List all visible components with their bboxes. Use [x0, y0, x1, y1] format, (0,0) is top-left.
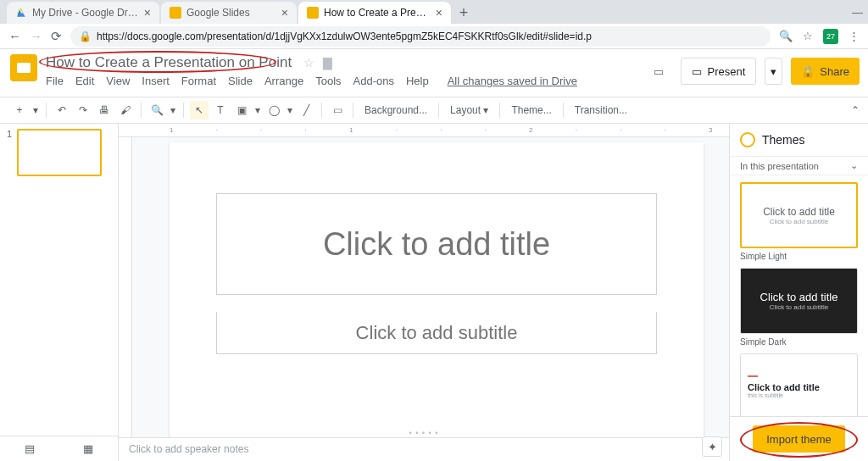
share-button[interactable]: 🔒 Share [791, 58, 860, 85]
ruler-horizontal: 1 · · · 1 · · · 2 · · · 3 · · · 4 · · · … [119, 124, 729, 137]
themes-list[interactable]: Click to add title Click to add subtitle… [730, 175, 868, 416]
theme-preview-subtitle: this is subtitle [748, 392, 783, 398]
theme-preview-subtitle: Click to add subtitle [770, 218, 828, 225]
import-theme-button[interactable]: Import theme [753, 425, 845, 453]
menu-format[interactable]: Format [181, 75, 216, 87]
new-tab-button[interactable]: + [453, 2, 475, 24]
grid-view-icon[interactable]: ▦ [83, 442, 93, 455]
print-button[interactable]: 🖶 [95, 101, 114, 119]
tab-label: Google Slides [186, 7, 276, 19]
image-tool[interactable]: ▣ [232, 101, 251, 119]
present-button[interactable]: ▭ Present [681, 58, 756, 85]
image-dropdown[interactable]: ▾ [253, 101, 262, 119]
zoom-dropdown[interactable]: ▾ [169, 101, 177, 119]
theme-preview-title: Click to add title [760, 291, 838, 303]
comment-button[interactable]: ▭ [328, 101, 347, 119]
transition-button[interactable]: Transition... [570, 104, 632, 116]
themes-icon [740, 132, 755, 147]
textbox-tool[interactable]: T [211, 101, 230, 119]
slides-icon [307, 7, 319, 19]
theme-preview-title: Click to add title [763, 206, 835, 218]
explore-button[interactable]: ✦ [702, 436, 722, 457]
slides-logo[interactable] [10, 54, 37, 81]
slide-number: 1 [7, 129, 12, 176]
back-button[interactable]: ← [8, 29, 21, 43]
new-slide-button[interactable]: + [10, 101, 29, 119]
star-icon[interactable]: ☆ [803, 30, 813, 42]
menu-slide[interactable]: Slide [228, 75, 253, 87]
background-button[interactable]: Background... [359, 104, 432, 116]
slide-thumbnail[interactable] [17, 129, 102, 176]
theme-preview-title: Click to add title [748, 382, 820, 392]
subtitle-placeholder[interactable]: Click to add subtitle [216, 312, 657, 354]
menu-addons[interactable]: Add-ons [353, 75, 394, 87]
notes-resize-handle[interactable]: • • • • • [409, 429, 439, 437]
theme-name: Simple Dark [740, 337, 858, 347]
theme-button[interactable]: Theme... [506, 104, 556, 116]
close-icon[interactable]: × [281, 6, 288, 19]
slides-icon [170, 7, 181, 19]
present-dropdown[interactable]: ▾ [765, 58, 782, 85]
menu-file[interactable]: File [46, 75, 64, 87]
filmstrip-view-icon[interactable]: ▤ [25, 442, 35, 455]
theme-card-streamline[interactable]: Click to add title this is subtitle [740, 353, 858, 416]
menu-edit[interactable]: Edit [75, 75, 94, 87]
themes-title: Themes [762, 133, 805, 147]
collapse-toolbar-icon[interactable]: ⌃ [851, 104, 860, 116]
title-placeholder[interactable]: Click to add title [216, 193, 657, 295]
comments-icon[interactable]: ▭ [645, 58, 672, 85]
autosave-status: All changes saved in Drive [448, 75, 577, 87]
browser-tab-slides[interactable]: Google Slides × [161, 2, 297, 24]
theme-accent [748, 375, 758, 377]
speaker-notes[interactable]: Click to add speaker notes [119, 437, 729, 461]
line-tool[interactable]: ╱ [297, 101, 315, 119]
ruler-vertical [119, 137, 132, 461]
menu-insert[interactable]: Insert [142, 75, 170, 87]
browser-tab-active[interactable]: How to Create a Presentation on × [298, 2, 451, 24]
present-label: Present [707, 65, 745, 78]
star-icon[interactable]: ☆ [303, 56, 314, 69]
menu-help[interactable]: Help [406, 75, 429, 87]
chevron-down-icon[interactable]: ⌄ [850, 160, 858, 171]
new-slide-dropdown[interactable]: ▾ [31, 101, 40, 119]
menu-tools[interactable]: Tools [315, 75, 341, 87]
paint-format-button[interactable]: 🖌 [116, 101, 135, 119]
select-tool[interactable]: ↖ [190, 101, 209, 119]
zoom-button[interactable]: 🔍 [147, 101, 166, 119]
theme-card-simple-dark[interactable]: Click to add title Click to add subtitle [740, 268, 858, 334]
undo-button[interactable]: ↶ [53, 101, 71, 119]
menu-view[interactable]: View [106, 75, 130, 87]
reload-button[interactable]: ⟳ [51, 29, 62, 44]
folder-icon[interactable]: ▇ [323, 56, 332, 69]
present-icon: ▭ [692, 65, 702, 78]
close-icon[interactable]: × [144, 6, 151, 19]
themes-subtitle: In this presentation [740, 161, 819, 171]
shape-dropdown[interactable]: ▾ [286, 101, 294, 119]
theme-preview-subtitle: Click to add subtitle [770, 303, 828, 311]
extension-badge[interactable]: 27 [823, 29, 838, 44]
layout-button[interactable]: Layout ▾ [445, 104, 493, 116]
forward-button[interactable]: → [30, 29, 42, 43]
drive-icon [15, 7, 27, 19]
redo-button[interactable]: ↷ [74, 101, 92, 119]
lock-icon: 🔒 [801, 65, 815, 78]
minimize-icon[interactable]: — [852, 6, 863, 19]
menu-arrange[interactable]: Arrange [264, 75, 303, 87]
menu-overflow-icon[interactable]: ⋮ [849, 30, 860, 42]
theme-name: Simple Light [740, 252, 858, 261]
shape-tool[interactable]: ◯ [264, 101, 283, 119]
tab-label: My Drive - Google Drive [32, 7, 139, 19]
zoom-icon[interactable]: 🔍 [779, 30, 793, 42]
share-label: Share [820, 65, 849, 78]
lock-icon: 🔒 [79, 31, 92, 42]
browser-tab-drive[interactable]: My Drive - Google Drive × [7, 2, 159, 24]
tab-label: How to Create a Presentation on [324, 7, 431, 19]
url-text: https://docs.google.com/presentation/d/1… [97, 31, 592, 42]
slide-canvas[interactable]: Click to add title Click to add subtitle [170, 142, 704, 442]
close-icon[interactable]: × [436, 6, 442, 19]
document-title[interactable]: How to Create a Presentation on Point [46, 54, 292, 71]
theme-card-simple-light[interactable]: Click to add title Click to add subtitle [740, 182, 858, 248]
address-bar[interactable]: 🔒 https://docs.google.com/presentation/d… [70, 26, 771, 47]
